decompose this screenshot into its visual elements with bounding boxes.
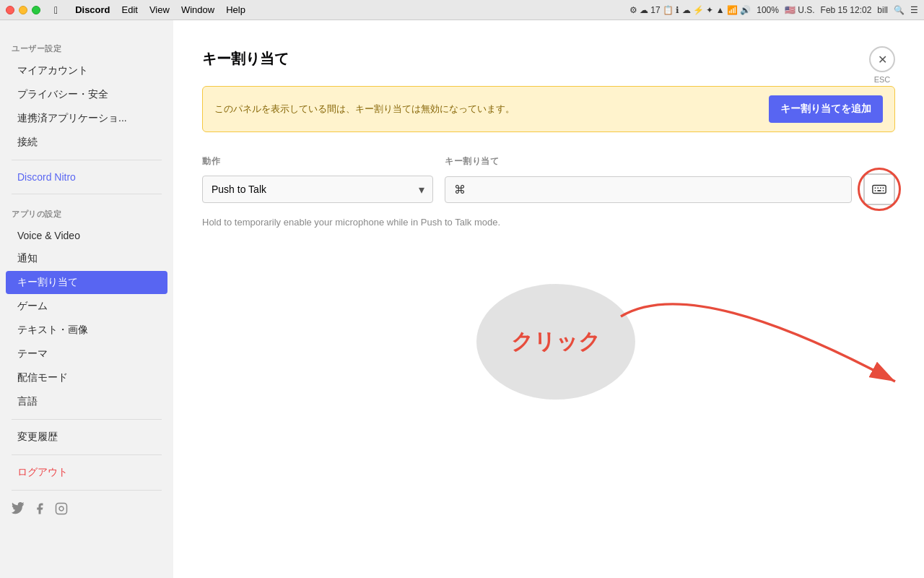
keyboard-btn-wrapper xyxy=(863,173,895,205)
titlebar-right: ⚙ ☁ 17 📋 ℹ ☁ ⚡ ✦ ▲ 📶 🔊 100% 🇺🇸 U.S. Feb … xyxy=(629,0,918,20)
menu-discord[interactable]: Discord xyxy=(70,3,115,17)
sidebar-item-notifications[interactable]: 通知 xyxy=(6,247,167,270)
menu-window[interactable]: Window xyxy=(176,3,219,17)
svg-rect-0 xyxy=(56,504,67,514)
flag-icon: 🇺🇸 U.S. xyxy=(785,5,815,15)
sidebar-divider-3 xyxy=(12,419,162,420)
sidebar-divider-4 xyxy=(12,454,162,455)
keyboard-icon xyxy=(871,181,887,197)
action-select[interactable]: Push to Talk xyxy=(202,176,433,203)
sidebar-item-theme[interactable]: テーマ xyxy=(6,342,167,366)
sidebar-item-my-account[interactable]: マイアカウント xyxy=(6,59,167,82)
keybind-headers: 動作 キー割り当て xyxy=(202,155,895,168)
titlebar:  Discord Edit View Window Help ⚙ ☁ 17 📋… xyxy=(0,0,924,20)
twitter-icon[interactable] xyxy=(12,502,25,515)
sidebar-item-privacy-safety[interactable]: プライバシー・安全 xyxy=(6,83,167,106)
apple-logo-icon:  xyxy=(49,3,63,17)
sidebar-item-connections[interactable]: 接続 xyxy=(6,131,167,154)
sidebar-divider-1 xyxy=(12,160,162,160)
keyboard-icon-button[interactable] xyxy=(863,173,895,205)
close-button[interactable] xyxy=(6,6,14,14)
sidebar-section-app-settings: アプリの設定 xyxy=(0,200,173,224)
add-keybind-button[interactable]: キー割り当てを追加 xyxy=(769,95,883,123)
sidebar: ユーザー設定 マイアカウント プライバシー・安全 連携済アプリケーショ... 接… xyxy=(0,20,173,578)
main-content: ✕ ESC キー割り当て このパネルを表示している間は、キー割り当ては無効になっ… xyxy=(173,20,924,578)
menu-view[interactable]: View xyxy=(144,3,175,17)
action-header: 動作 xyxy=(202,155,433,168)
sidebar-item-voice-video[interactable]: Voice & Video xyxy=(6,225,167,246)
instagram-icon[interactable] xyxy=(55,502,68,515)
sidebar-item-keybinds[interactable]: キー割り当て xyxy=(6,271,167,294)
svg-rect-2 xyxy=(873,186,886,194)
annotation-svg: クリック xyxy=(462,230,780,403)
annotation-container: クリック xyxy=(462,230,780,406)
list-icon[interactable]: ☰ xyxy=(910,5,918,15)
esc-button[interactable]: ✕ xyxy=(869,46,895,72)
warning-text: このパネルを表示している間は、キー割り当ては無効になっています。 xyxy=(214,103,515,116)
annotation-text: クリック xyxy=(511,329,601,353)
page-title: キー割り当て xyxy=(202,49,895,69)
menu-edit[interactable]: Edit xyxy=(117,3,143,17)
minimize-button[interactable] xyxy=(19,6,27,14)
sidebar-item-change-history[interactable]: 変更履歴 xyxy=(6,426,167,449)
esc-label: ESC xyxy=(874,75,891,84)
key-symbol: ⌘ xyxy=(454,183,466,197)
sidebar-section-user-settings: ユーザー設定 xyxy=(0,35,173,59)
sidebar-divider-5 xyxy=(12,490,162,491)
menu-bar:  Discord Edit View Window Help xyxy=(49,3,250,17)
facebook-icon[interactable] xyxy=(33,502,46,515)
esc-container: ✕ ESC xyxy=(869,46,895,84)
search-icon[interactable]: 🔍 xyxy=(894,5,905,15)
keybind-hint: Hold to temporarily enable your micropho… xyxy=(202,217,895,228)
key-input-wrapper[interactable]: ⌘ xyxy=(445,176,852,203)
sidebar-divider-2 xyxy=(12,194,162,194)
warning-banner: このパネルを表示している間は、キー割り当ては無効になっています。 キー割り当てを… xyxy=(202,86,895,132)
sidebar-item-text-images[interactable]: テキスト・画像 xyxy=(6,319,167,342)
datetime: Feb 15 12:02 xyxy=(821,5,872,15)
sidebar-item-logout[interactable]: ログアウト xyxy=(6,461,167,484)
sidebar-item-language[interactable]: 言語 xyxy=(6,390,167,413)
maximize-button[interactable] xyxy=(32,6,40,14)
sidebar-item-nitro[interactable]: Discord Nitro xyxy=(6,166,167,188)
traffic-lights xyxy=(6,6,40,14)
action-select-wrapper: Push to Talk xyxy=(202,176,433,203)
battery: 100% xyxy=(757,5,779,15)
sidebar-item-games[interactable]: ゲーム xyxy=(6,295,167,318)
sidebar-item-streamer-mode[interactable]: 配信モード xyxy=(6,366,167,389)
sidebar-item-connected-apps[interactable]: 連携済アプリケーショ... xyxy=(6,107,167,130)
username: bill xyxy=(877,5,888,15)
menu-help[interactable]: Help xyxy=(221,3,250,17)
sidebar-social-links xyxy=(0,496,173,521)
svg-point-10 xyxy=(476,284,635,400)
keybind-row: Push to Talk ⌘ xyxy=(202,173,895,205)
system-icons: ⚙ ☁ 17 📋 ℹ ☁ ⚡ ✦ ▲ 📶 🔊 xyxy=(629,5,751,15)
app-body: ユーザー設定 マイアカウント プライバシー・安全 連携済アプリケーショ... 接… xyxy=(0,20,924,578)
key-header: キー割り当て xyxy=(445,155,895,168)
